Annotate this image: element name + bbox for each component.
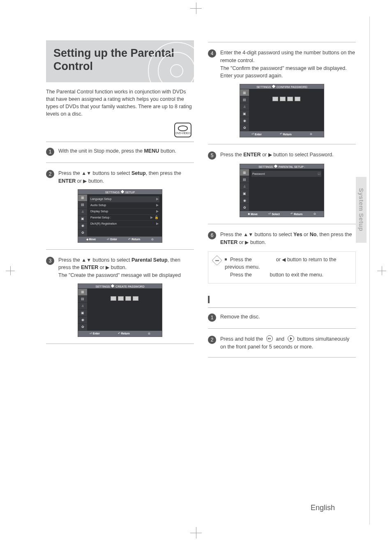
osd-icon-column: ▦▤♫▣◉✿ [240, 89, 249, 131]
divider [208, 224, 356, 224]
osd-subtitle: CONFIRM PASSWORD [277, 86, 307, 88]
step-text: With the unit in Stop mode, press the ME… [58, 147, 176, 156]
left-column: Setting up the Parental Control The Pare… [46, 40, 194, 364]
osd-screenshot-setup: SETTINGS SETUP ▦▤♫▣◉✿ Language Setup▶ Au… [78, 189, 162, 243]
play-icon [288, 335, 294, 342]
osd-subtitle: PARENTAL SETUP : [279, 165, 305, 168]
step-text: Remove the disc. [220, 313, 260, 322]
osd-title: SETTINGS [105, 191, 120, 194]
osd-title: SETTINGS [256, 86, 271, 88]
step-text: Press the ENTER or ▶ button to select Pa… [220, 151, 334, 160]
osd-subtitle: SETUP [125, 191, 135, 194]
step-1: 1 With the unit in Stop mode, press the … [46, 147, 194, 156]
divider [208, 144, 356, 144]
osd-main: Language Setup▶ Audio Setup▶ Display Set… [87, 195, 162, 237]
page-margin-line [369, 16, 370, 525]
osd-title: SETTINGS [96, 285, 110, 288]
step-text: Press the ▲▼ buttons to select Parental … [58, 256, 194, 279]
note-icon [212, 255, 222, 265]
dvd-badge-label: DVD-VIDEO [175, 132, 190, 135]
crop-mark-bottom [190, 527, 202, 539]
step-text: Press and hold the and buttons simultane… [220, 335, 356, 351]
step-text: Enter the 4-digit password using the num… [220, 49, 356, 80]
step-number: 4 [208, 49, 216, 58]
crop-mark-left [6, 266, 15, 275]
dvd-video-badge: DVD-VIDEO [174, 123, 191, 137]
forgot-step-1: 1 Remove the disc. [208, 313, 356, 322]
step-number: 1 [208, 313, 216, 322]
step-text: Press the ▲▼ buttons to select Setup, th… [58, 169, 194, 185]
step-text: Press the ▲▼ buttons to select Yes or No… [220, 231, 356, 246]
footer-language: English [311, 504, 335, 512]
password-boxes [251, 97, 321, 101]
title-banner: Setting up the Parental Control [46, 40, 194, 82]
divider [46, 344, 194, 344]
osd-main [87, 289, 162, 331]
osd-icon-column: ▦▤♫▣◉✿ [78, 195, 87, 237]
right-column: 4 Enter the 4-digit password using the n… [208, 40, 356, 364]
osd-screenshot-parental: SETTINGS PARENTAL SETUP : ▦▤♫▣◉✿ Passwor… [240, 164, 324, 217]
note-text: Press the RETURN or ◀ button to return t… [225, 256, 350, 279]
note-box: Press the RETURN or ◀ button to return t… [208, 251, 356, 283]
step-3: 3 Press the ▲▼ buttons to select Parenta… [46, 256, 194, 279]
divider [208, 42, 356, 42]
step-number: 5 [208, 151, 216, 160]
divider [208, 357, 356, 358]
step-number: 6 [208, 231, 216, 239]
step-4: 4 Enter the 4-digit password using the n… [208, 49, 356, 80]
page-footer: English - 55 [311, 504, 351, 512]
fast-forward-icon [266, 335, 273, 342]
step-6: 6 Press the ▲▼ buttons to select Yes or … [208, 231, 356, 246]
osd-title: SETTINGS [258, 165, 273, 168]
osd-main [249, 89, 324, 131]
section-tab: System Setup [356, 177, 367, 243]
step-number: 3 [46, 257, 54, 265]
intro-paragraph: The Parental Control function works in c… [46, 88, 194, 118]
crop-mark-top [190, 2, 202, 14]
step-number: 2 [46, 170, 54, 178]
section-tab-label: System Setup [358, 188, 365, 231]
osd-icon-column: ▦▤♫▣◉✿ [78, 289, 87, 331]
crop-mark-right [377, 266, 386, 275]
divider [46, 249, 194, 250]
forgot-step-2: 2 Press and hold the and buttons simulta… [208, 335, 356, 351]
password-boxes [90, 296, 159, 301]
divider [46, 163, 194, 163]
osd-main: Password☑ [249, 169, 324, 211]
divider [208, 328, 356, 329]
osd-screenshot-create-pw: SETTINGS CREATE PASSWORD ▦▤♫▣◉✿ ⏎ Enter↶… [78, 283, 162, 337]
divider [208, 307, 356, 308]
footer-page-number: - 55 [338, 504, 351, 512]
osd-icon-column: ▦▤♫▣◉✿ [240, 169, 249, 211]
forgot-password-heading: If you forgot your password [208, 296, 356, 303]
step-number: 2 [208, 336, 216, 344]
step-number: 1 [46, 148, 54, 156]
osd-screenshot-confirm-pw: SETTINGS CONFIRM PASSWORD ▦▤♫▣◉✿ ⏎ Enter… [240, 84, 324, 137]
osd-subtitle: CREATE PASSWORD [115, 285, 144, 288]
content-area: Setting up the Parental Control The Pare… [46, 40, 356, 508]
step-5: 5 Press the ENTER or ▶ button to select … [208, 151, 356, 160]
divider [46, 142, 194, 142]
step-2: 2 Press the ▲▼ buttons to select Setup, … [46, 169, 194, 185]
